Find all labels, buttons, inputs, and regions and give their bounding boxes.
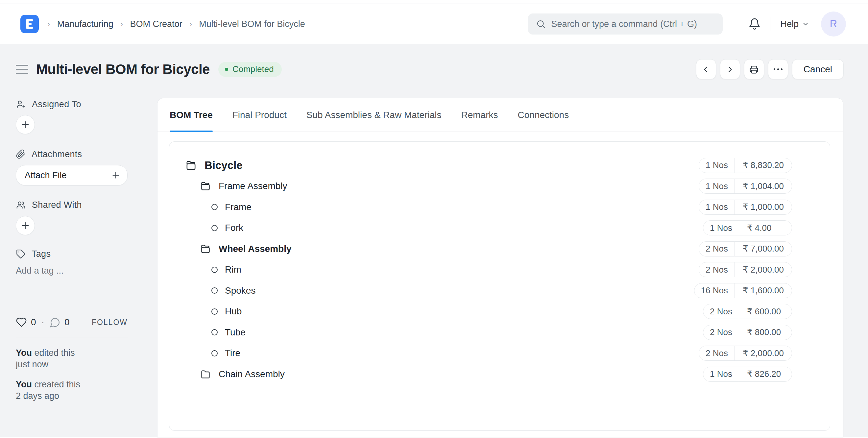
chevron-left-icon <box>702 65 710 74</box>
activity-entry: You edited thisjust now <box>16 347 157 370</box>
app-logo-icon[interactable] <box>20 15 39 33</box>
bom-node[interactable]: Chain Assembly <box>169 368 285 380</box>
page-header: Multi-level BOM for Bicycle Completed <box>0 44 868 79</box>
print-button[interactable] <box>744 59 764 79</box>
sidebar-divider <box>16 337 128 337</box>
breadcrumb-item: Multi-level BOM for Bicycle <box>199 19 305 29</box>
amount-value: ₹ 1,004.00 <box>735 179 792 193</box>
bom-item-label: Bicycle <box>205 159 243 171</box>
search-input[interactable]: Search or type a command (Ctrl + G) <box>528 13 723 34</box>
tab-remarks[interactable]: Remarks <box>461 98 498 131</box>
bom-tree-row: Bicycle1 Nos₹ 8,830.20 <box>169 155 830 176</box>
bom-node[interactable]: Frame <box>169 202 251 212</box>
bom-node[interactable]: Spokes <box>169 285 255 296</box>
ellipsis-icon <box>774 68 782 70</box>
form-tabs: BOM TreeFinal ProductSub Assemblies & Ra… <box>157 98 843 132</box>
qty-amount-badge: 2 Nos₹ 7,000.00 <box>699 241 792 256</box>
quantity-value: 16 Nos <box>694 283 735 298</box>
amount-value: ₹ 8,830.20 <box>735 158 792 173</box>
status-dot-icon <box>225 68 228 71</box>
bom-node[interactable]: Rim <box>169 264 241 275</box>
tab-final-product[interactable]: Final Product <box>232 98 287 131</box>
bom-tree-row: Rim2 Nos₹ 2,000.00 <box>169 259 830 281</box>
breadcrumb-chevron-icon: › <box>48 19 50 29</box>
bom-item-label: Frame <box>225 202 251 212</box>
qty-amount-badge: 16 Nos₹ 1,600.00 <box>694 283 792 298</box>
bom-node[interactable]: Wheel Assembly <box>169 243 291 255</box>
printer-icon <box>749 64 759 74</box>
qty-amount-badge: 1 Nos₹ 8,830.20 <box>699 158 792 173</box>
qty-amount-badge: 1 Nos₹ 1,000.00 <box>699 199 792 215</box>
amount-value: ₹ 600.00 <box>739 304 792 319</box>
circle-icon <box>211 350 218 356</box>
tab-connections[interactable]: Connections <box>518 98 569 131</box>
page-title: Multi-level BOM for Bicycle <box>36 62 210 77</box>
tab-sub-assemblies-raw-materials[interactable]: Sub Assemblies & Raw Materials <box>306 98 441 131</box>
bom-tree-row: Frame1 Nos₹ 1,000.00 <box>169 197 830 218</box>
sidebar-toggle-icon[interactable] <box>16 65 28 74</box>
more-menu-button[interactable] <box>768 59 788 79</box>
add-assignment-button[interactable] <box>16 115 35 134</box>
paperclip-icon <box>16 149 26 159</box>
bom-node[interactable]: Frame Assembly <box>169 180 287 192</box>
breadcrumb-item[interactable]: Manufacturing <box>57 19 114 29</box>
assigned-to-section: Assigned To <box>16 99 157 110</box>
attachments-label: Attachments <box>32 149 82 159</box>
next-document-button[interactable] <box>720 59 740 79</box>
folder-open-icon <box>199 243 211 255</box>
bom-item-label: Tube <box>225 327 246 338</box>
bom-node[interactable]: Tube <box>169 327 246 338</box>
bom-item-label: Tire <box>225 348 240 358</box>
add-tag-input[interactable]: Add a tag ... <box>16 266 157 276</box>
bom-tree-card: Bicycle1 Nos₹ 8,830.20Frame Assembly1 No… <box>169 142 830 431</box>
breadcrumb: ›Manufacturing›BOM Creator›Multi-level B… <box>48 19 305 29</box>
user-avatar[interactable]: R <box>821 11 846 36</box>
help-menu[interactable]: Help <box>780 19 809 29</box>
tags-section: Tags <box>16 248 157 259</box>
follow-button[interactable]: FOLLOW <box>92 318 128 327</box>
comment-icon[interactable] <box>50 317 61 328</box>
bom-node[interactable]: Bicycle <box>169 159 243 171</box>
amount-value: ₹ 7,000.00 <box>735 242 792 256</box>
circle-icon <box>211 267 218 273</box>
circle-icon <box>211 287 218 294</box>
previous-document-button[interactable] <box>696 59 716 79</box>
heart-icon[interactable] <box>16 317 27 328</box>
bom-tree-row: Tire2 Nos₹ 2,000.00 <box>169 343 830 364</box>
breadcrumb-item[interactable]: BOM Creator <box>130 19 182 29</box>
bom-node[interactable]: Fork <box>169 223 243 233</box>
tab-bom-tree[interactable]: BOM Tree <box>169 98 213 131</box>
qty-amount-badge: 2 Nos₹ 2,000.00 <box>699 346 792 361</box>
form-panel: BOM TreeFinal ProductSub Assemblies & Ra… <box>157 98 843 437</box>
status-badge: Completed <box>218 62 282 77</box>
navbar: ›Manufacturing›BOM Creator›Multi-level B… <box>0 4 868 44</box>
activity-entry: You created this2 days ago <box>16 379 157 402</box>
cancel-button[interactable]: Cancel <box>792 59 844 79</box>
folder-open-icon <box>199 180 211 192</box>
plus-icon <box>21 221 30 230</box>
bom-tree-row: Hub2 Nos₹ 600.00 <box>169 301 830 322</box>
add-share-button[interactable] <box>16 216 35 235</box>
bom-tree-row: Wheel Assembly2 Nos₹ 7,000.00 <box>169 239 830 259</box>
search-icon <box>536 19 546 29</box>
attach-file-button[interactable]: Attach File <box>16 165 128 185</box>
qty-amount-badge: 1 Nos₹ 826.20 <box>703 367 792 382</box>
quantity-value: 2 Nos <box>703 304 739 319</box>
qty-amount-badge: 2 Nos₹ 800.00 <box>703 325 792 340</box>
chevron-down-icon <box>802 21 809 28</box>
bom-item-label: Fork <box>225 223 243 233</box>
bom-node[interactable]: Hub <box>169 306 242 317</box>
comments-count: 0 <box>64 317 70 327</box>
amount-value: ₹ 800.00 <box>739 325 792 340</box>
notifications-bell-icon[interactable] <box>748 18 761 30</box>
quantity-value: 2 Nos <box>699 262 735 277</box>
header-actions: Cancel <box>696 59 844 79</box>
qty-amount-badge: 2 Nos₹ 2,000.00 <box>699 262 792 277</box>
help-label: Help <box>780 19 799 29</box>
reactions-row: 0 · 0 FOLLOW <box>16 317 128 328</box>
bom-node[interactable]: Tire <box>169 348 240 358</box>
quantity-value: 1 Nos <box>703 367 739 381</box>
likes-count: 0 <box>31 317 36 327</box>
amount-value: ₹ 2,000.00 <box>735 346 792 361</box>
users-icon <box>16 200 26 210</box>
